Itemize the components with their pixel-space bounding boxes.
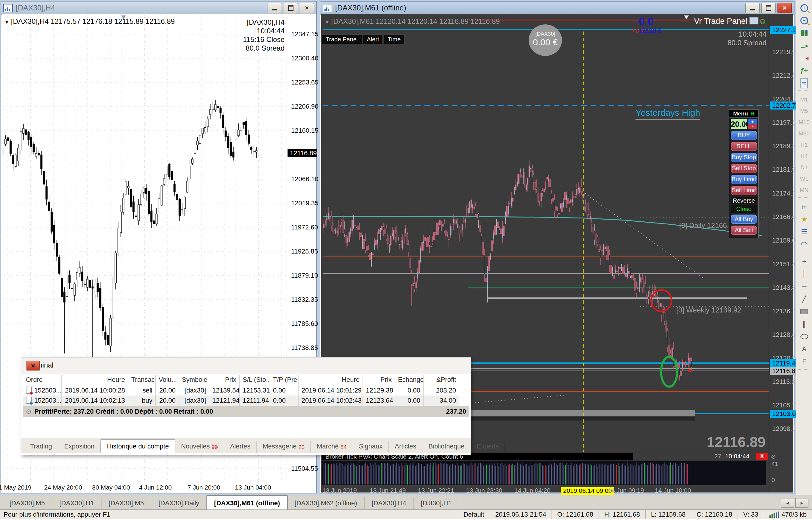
- period-button-m5[interactable]: M5: [798, 105, 811, 117]
- column-header-1[interactable]: Ordre: [23, 375, 62, 385]
- scroll-right-icon: ▸: [801, 500, 803, 506]
- chart-tab--dax30-h1[interactable]: [DAX30],H1: [52, 497, 102, 510]
- toolbar-new-chart-icon[interactable]: ⊞: [798, 201, 811, 213]
- toolbar-zoom-out-icon[interactable]: −: [798, 14, 811, 27]
- tab-alert[interactable]: Alert: [363, 34, 383, 44]
- trade-panel-header[interactable]: Menu R: [729, 110, 758, 118]
- terminal-row[interactable]: 152503...2019.06.14 10:00:28sell20.00[da…: [23, 385, 469, 396]
- chart-tab--dax30-m61-offline-[interactable]: [DAX30],M61 (offline): [207, 495, 287, 510]
- close-button[interactable]: ×: [300, 3, 314, 13]
- period-button-d1[interactable]: D1: [798, 162, 811, 173]
- toolbar-tile-windows-icon[interactable]: [798, 27, 811, 39]
- all-buy-button[interactable]: All Buy: [731, 214, 757, 224]
- all-sell-button[interactable]: All Sell: [731, 226, 757, 235]
- toolbar-rectangle-icon[interactable]: [798, 305, 811, 318]
- column-header-9[interactable]: Heure: [298, 375, 363, 385]
- column-header-3[interactable]: Transac...: [128, 375, 156, 385]
- chart-tab--dax30-h4[interactable]: [DAX30],H4: [365, 497, 414, 510]
- terminal-row[interactable]: 152503...2019.06.14 10:02:13buy20.00[dax…: [23, 396, 469, 406]
- tabs-scroll-right-button[interactable]: ▸: [795, 498, 808, 508]
- toolbar-zoom-in-icon[interactable]: +: [798, 2, 811, 14]
- toolbar-templates-icon[interactable]: ☰: [798, 226, 811, 238]
- terminal-close-button[interactable]: ×: [27, 361, 39, 371]
- terminal-tab-experts[interactable]: Experts: [471, 441, 505, 453]
- toolbar-ellipse-icon[interactable]: [798, 330, 811, 343]
- toolbar-profiles-icon[interactable]: ★: [798, 213, 811, 226]
- toolbar-new-indicator-icon[interactable]: ƒ+: [798, 64, 811, 77]
- time-axis-label[interactable]: 2019.06.14 09:00: [561, 487, 614, 495]
- left-window-titlebar[interactable]: [DAX30],H4 ×: [1, 1, 316, 15]
- right-window-titlebar[interactable]: [DAX30],M61 (offline) ×: [320, 1, 794, 15]
- chart-tab--dax30-m5[interactable]: [DAX30],M5: [102, 497, 151, 510]
- tab-time[interactable]: Time: [384, 34, 405, 44]
- terminal-tab-alertes[interactable]: Alertes: [224, 441, 257, 453]
- toolbar-horizontal-line-icon[interactable]: ─: [798, 280, 811, 293]
- minimize-button[interactable]: [268, 3, 282, 13]
- terminal-tab-marché[interactable]: Marché84: [311, 441, 353, 453]
- close-button[interactable]: Close: [731, 205, 757, 213]
- big-price-display: 12116.89: [667, 434, 765, 450]
- period-button-m30[interactable]: M30: [798, 128, 811, 139]
- toolbar-crosshair-icon[interactable]: +: [798, 255, 811, 268]
- terminal-tab-signaux[interactable]: Signaux: [353, 441, 389, 453]
- sell-button[interactable]: SELL: [731, 142, 757, 151]
- chart-tab--dax30-m5[interactable]: [DAX30],M5: [2, 497, 52, 510]
- period-button-m15[interactable]: M15: [798, 117, 811, 128]
- reverse-button[interactable]: Reverse: [731, 197, 757, 204]
- period-button-h4[interactable]: H4: [798, 151, 811, 162]
- terminal-tab-historique-du-compte[interactable]: Historique du compte: [100, 439, 175, 453]
- terminal-tab-trading[interactable]: Trading: [24, 441, 58, 453]
- chart-tab--dax30-daily[interactable]: [DAX30],Daily: [151, 497, 207, 510]
- buy-limit-button[interactable]: Buy Limit: [731, 175, 757, 184]
- chart-tab--dji30-h1[interactable]: [DJI30],H1: [414, 497, 459, 510]
- dropdown-arrow-icon[interactable]: ▼: [324, 19, 331, 25]
- lot-decrease-button[interactable]: -: [748, 124, 757, 129]
- column-header-12[interactable]: &Profit: [424, 375, 459, 385]
- toolbar-trendline-icon[interactable]: ╱: [798, 293, 811, 305]
- toolbar-indicator-list-icon[interactable]: ≈: [798, 77, 811, 89]
- buy-stop-button[interactable]: Buy Stop: [731, 153, 757, 162]
- toolbar-channel-icon[interactable]: ∥: [798, 318, 811, 330]
- minimize-icon: [750, 9, 755, 10]
- terminal-tab-exposition[interactable]: Exposition: [58, 441, 101, 453]
- column-header-7[interactable]: S/L (Sto...: [240, 375, 270, 385]
- tabs-scroll-left-button[interactable]: ◂: [781, 498, 794, 508]
- toolbar-fibonacci-icon[interactable]: F: [798, 355, 811, 368]
- column-header-6[interactable]: Prix: [209, 375, 240, 385]
- dropdown-arrow-icon[interactable]: ▼: [4, 19, 11, 25]
- tab-trade-panel[interactable]: Trade Pane.: [322, 34, 362, 44]
- period-button-w1[interactable]: W1: [798, 173, 811, 184]
- terminal-tab-articles[interactable]: Articles: [389, 441, 423, 453]
- toolbar-text-icon[interactable]: A: [798, 343, 811, 355]
- minimize-button[interactable]: [745, 3, 760, 13]
- terminal-titlebar[interactable]: Terminal ×: [21, 357, 471, 374]
- restore-button[interactable]: [284, 3, 298, 13]
- tick-close-button[interactable]: X: [756, 453, 768, 460]
- restore-button[interactable]: [761, 3, 776, 13]
- period-button-mn[interactable]: MN: [798, 184, 811, 196]
- toolbar-auto-scroll-icon[interactable]: ∟▸: [798, 39, 811, 52]
- period-button-h1[interactable]: H1: [798, 139, 811, 151]
- toolbar-experts-icon[interactable]: ◠: [798, 238, 811, 251]
- terminal-tab-nouvelles[interactable]: Nouvelles99: [175, 441, 224, 453]
- tick-corner-time: 10:04:44: [725, 453, 750, 460]
- column-header-10[interactable]: Prix: [363, 375, 395, 385]
- column-header-4[interactable]: Volu...: [156, 375, 179, 385]
- buy-button[interactable]: BUY: [731, 131, 757, 140]
- sell-limit-button[interactable]: Sell Limit: [731, 186, 757, 195]
- chart-tab--dax30-m62-offline-[interactable]: [DAX30],M62 (offline): [288, 497, 365, 510]
- terminal-tab-bibliotheque[interactable]: Bibliotheque: [423, 441, 471, 453]
- annotation-yesterdays-high: Yesterdays High: [636, 108, 700, 120]
- toolbar-vertical-line-icon[interactable]: │: [798, 268, 811, 280]
- column-header-8[interactable]: T/P (Pre...: [270, 375, 298, 385]
- lot-size-field[interactable]: 20.00: [731, 119, 747, 129]
- toolbar-chart-shift-icon[interactable]: ∟◂: [798, 52, 811, 64]
- column-header-11[interactable]: Echange: [395, 375, 424, 385]
- axis-price-label: 12151.40: [772, 260, 800, 268]
- sell-stop-button[interactable]: Sell Stop: [731, 164, 757, 173]
- column-header-2[interactable]: Heure: [62, 375, 128, 385]
- period-button-m1[interactable]: M1: [798, 94, 811, 105]
- close-button[interactable]: ×: [778, 3, 792, 13]
- column-header-5[interactable]: Symbole: [179, 375, 209, 385]
- terminal-tab-messagerie[interactable]: Messagerie25: [257, 441, 311, 453]
